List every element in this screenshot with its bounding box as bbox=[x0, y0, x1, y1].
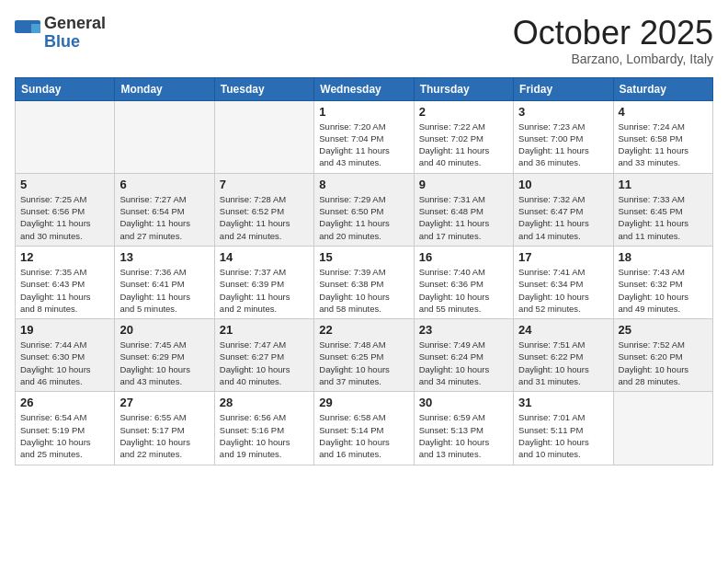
day-number: 10 bbox=[518, 178, 608, 191]
day-number: 29 bbox=[319, 396, 408, 409]
day-number: 12 bbox=[20, 250, 109, 264]
calendar-week-row: 12Sunrise: 7:35 AM Sunset: 6:43 PM Dayli… bbox=[16, 246, 713, 318]
day-number: 20 bbox=[119, 323, 209, 337]
day-info: Sunrise: 7:28 AM Sunset: 6:52 PM Dayligh… bbox=[220, 193, 309, 242]
calendar-day-cell: 2Sunrise: 7:22 AM Sunset: 7:02 PM Daylig… bbox=[414, 100, 513, 173]
day-info: Sunrise: 7:47 AM Sunset: 6:27 PM Dayligh… bbox=[220, 339, 309, 387]
calendar-week-row: 5Sunrise: 7:25 AM Sunset: 6:56 PM Daylig… bbox=[16, 173, 713, 246]
day-of-week-header: Friday bbox=[514, 77, 613, 100]
day-of-week-header: Sunday bbox=[16, 77, 115, 100]
calendar-day-cell: 19Sunrise: 7:44 AM Sunset: 6:30 PM Dayli… bbox=[16, 319, 115, 392]
calendar-day-cell bbox=[214, 100, 313, 173]
calendar-day-cell bbox=[115, 100, 214, 173]
calendar-day-cell: 15Sunrise: 7:39 AM Sunset: 6:38 PM Dayli… bbox=[314, 246, 414, 318]
calendar-header-row: SundayMondayTuesdayWednesdayThursdayFrid… bbox=[16, 77, 713, 100]
calendar-day-cell: 27Sunrise: 6:55 AM Sunset: 5:17 PM Dayli… bbox=[115, 392, 214, 465]
day-number: 15 bbox=[319, 250, 408, 264]
calendar-day-cell: 20Sunrise: 7:45 AM Sunset: 6:29 PM Dayli… bbox=[115, 319, 214, 392]
day-info: Sunrise: 7:48 AM Sunset: 6:25 PM Dayligh… bbox=[319, 339, 408, 387]
day-info: Sunrise: 7:35 AM Sunset: 6:43 PM Dayligh… bbox=[20, 266, 109, 315]
day-number: 8 bbox=[319, 178, 408, 191]
calendar-day-cell: 25Sunrise: 7:52 AM Sunset: 6:20 PM Dayli… bbox=[613, 319, 712, 392]
calendar-day-cell: 31Sunrise: 7:01 AM Sunset: 5:11 PM Dayli… bbox=[514, 392, 613, 465]
calendar-day-cell: 24Sunrise: 7:51 AM Sunset: 6:22 PM Dayli… bbox=[514, 319, 613, 392]
calendar-day-cell: 11Sunrise: 7:33 AM Sunset: 6:45 PM Dayli… bbox=[613, 173, 712, 246]
day-number: 14 bbox=[220, 250, 309, 264]
svg-marker-2 bbox=[31, 24, 40, 33]
day-info: Sunrise: 7:27 AM Sunset: 6:54 PM Dayligh… bbox=[119, 193, 209, 242]
location: Barzano, Lombardy, Italy bbox=[513, 52, 713, 66]
day-info: Sunrise: 7:22 AM Sunset: 7:02 PM Dayligh… bbox=[419, 121, 508, 169]
day-info: Sunrise: 7:43 AM Sunset: 6:32 PM Dayligh… bbox=[619, 266, 708, 315]
day-number: 21 bbox=[220, 323, 309, 337]
calendar-day-cell: 21Sunrise: 7:47 AM Sunset: 6:27 PM Dayli… bbox=[214, 319, 313, 392]
title-block: October 2025 Barzano, Lombardy, Italy bbox=[513, 15, 713, 66]
day-of-week-header: Thursday bbox=[414, 77, 513, 100]
calendar-day-cell: 14Sunrise: 7:37 AM Sunset: 6:39 PM Dayli… bbox=[214, 246, 313, 318]
day-number: 24 bbox=[518, 323, 608, 337]
day-number: 9 bbox=[419, 178, 508, 191]
day-number: 26 bbox=[20, 396, 109, 409]
calendar-day-cell: 10Sunrise: 7:32 AM Sunset: 6:47 PM Dayli… bbox=[514, 173, 613, 246]
day-number: 4 bbox=[619, 105, 708, 119]
day-number: 19 bbox=[20, 323, 109, 337]
day-number: 30 bbox=[419, 396, 508, 409]
calendar-day-cell: 1Sunrise: 7:20 AM Sunset: 7:04 PM Daylig… bbox=[314, 100, 414, 173]
day-of-week-header: Saturday bbox=[613, 77, 712, 100]
day-info: Sunrise: 6:55 AM Sunset: 5:17 PM Dayligh… bbox=[119, 411, 209, 460]
day-number: 22 bbox=[319, 323, 408, 337]
page-header: General Blue October 2025 Barzano, Lomba… bbox=[15, 15, 713, 66]
day-number: 25 bbox=[619, 323, 708, 337]
logo-blue-text: Blue bbox=[44, 32, 80, 51]
day-number: 16 bbox=[419, 250, 508, 264]
day-info: Sunrise: 7:41 AM Sunset: 6:34 PM Dayligh… bbox=[518, 266, 608, 315]
day-info: Sunrise: 7:44 AM Sunset: 6:30 PM Dayligh… bbox=[20, 339, 109, 387]
day-number: 17 bbox=[518, 250, 608, 264]
day-of-week-header: Wednesday bbox=[314, 77, 414, 100]
logo: General Blue bbox=[15, 15, 106, 52]
calendar-day-cell: 22Sunrise: 7:48 AM Sunset: 6:25 PM Dayli… bbox=[314, 319, 414, 392]
calendar-day-cell: 12Sunrise: 7:35 AM Sunset: 6:43 PM Dayli… bbox=[16, 246, 115, 318]
day-info: Sunrise: 7:52 AM Sunset: 6:20 PM Dayligh… bbox=[619, 339, 708, 387]
day-number: 7 bbox=[220, 178, 309, 191]
calendar-week-row: 19Sunrise: 7:44 AM Sunset: 6:30 PM Dayli… bbox=[16, 319, 713, 392]
day-info: Sunrise: 7:31 AM Sunset: 6:48 PM Dayligh… bbox=[419, 193, 508, 242]
calendar-day-cell: 29Sunrise: 6:58 AM Sunset: 5:14 PM Dayli… bbox=[314, 392, 414, 465]
day-info: Sunrise: 7:32 AM Sunset: 6:47 PM Dayligh… bbox=[518, 193, 608, 242]
day-info: Sunrise: 7:29 AM Sunset: 6:50 PM Dayligh… bbox=[319, 193, 408, 242]
calendar-day-cell: 4Sunrise: 7:24 AM Sunset: 6:58 PM Daylig… bbox=[613, 100, 712, 173]
day-info: Sunrise: 7:39 AM Sunset: 6:38 PM Dayligh… bbox=[319, 266, 408, 315]
day-number: 18 bbox=[619, 250, 708, 264]
month-title: October 2025 bbox=[513, 15, 713, 52]
day-number: 27 bbox=[119, 396, 209, 409]
calendar-day-cell: 9Sunrise: 7:31 AM Sunset: 6:48 PM Daylig… bbox=[414, 173, 513, 246]
day-info: Sunrise: 7:51 AM Sunset: 6:22 PM Dayligh… bbox=[518, 339, 608, 387]
day-info: Sunrise: 7:25 AM Sunset: 6:56 PM Dayligh… bbox=[20, 193, 109, 242]
day-info: Sunrise: 6:58 AM Sunset: 5:14 PM Dayligh… bbox=[319, 411, 408, 460]
calendar-day-cell: 17Sunrise: 7:41 AM Sunset: 6:34 PM Dayli… bbox=[514, 246, 613, 318]
calendar-table: SundayMondayTuesdayWednesdayThursdayFrid… bbox=[15, 77, 713, 465]
calendar-day-cell: 3Sunrise: 7:23 AM Sunset: 7:00 PM Daylig… bbox=[514, 100, 613, 173]
day-number: 1 bbox=[319, 105, 408, 119]
day-number: 28 bbox=[220, 396, 309, 409]
day-info: Sunrise: 7:24 AM Sunset: 6:58 PM Dayligh… bbox=[619, 121, 708, 169]
day-number: 6 bbox=[119, 178, 209, 191]
calendar-day-cell: 8Sunrise: 7:29 AM Sunset: 6:50 PM Daylig… bbox=[314, 173, 414, 246]
day-info: Sunrise: 7:36 AM Sunset: 6:41 PM Dayligh… bbox=[119, 266, 209, 315]
calendar-day-cell bbox=[16, 100, 115, 173]
calendar-week-row: 1Sunrise: 7:20 AM Sunset: 7:04 PM Daylig… bbox=[16, 100, 713, 173]
calendar-day-cell: 13Sunrise: 7:36 AM Sunset: 6:41 PM Dayli… bbox=[115, 246, 214, 318]
calendar-day-cell: 26Sunrise: 6:54 AM Sunset: 5:19 PM Dayli… bbox=[16, 392, 115, 465]
day-info: Sunrise: 7:45 AM Sunset: 6:29 PM Dayligh… bbox=[119, 339, 209, 387]
logo-icon bbox=[15, 20, 40, 46]
calendar-day-cell: 16Sunrise: 7:40 AM Sunset: 6:36 PM Dayli… bbox=[414, 246, 513, 318]
logo-general-text: General bbox=[44, 14, 106, 32]
day-info: Sunrise: 7:20 AM Sunset: 7:04 PM Dayligh… bbox=[319, 121, 408, 169]
day-number: 23 bbox=[419, 323, 508, 337]
calendar-day-cell: 18Sunrise: 7:43 AM Sunset: 6:32 PM Dayli… bbox=[613, 246, 712, 318]
svg-rect-1 bbox=[15, 33, 40, 46]
day-number: 5 bbox=[20, 178, 109, 191]
day-info: Sunrise: 6:54 AM Sunset: 5:19 PM Dayligh… bbox=[20, 411, 109, 460]
day-info: Sunrise: 7:37 AM Sunset: 6:39 PM Dayligh… bbox=[220, 266, 309, 315]
calendar-week-row: 26Sunrise: 6:54 AM Sunset: 5:19 PM Dayli… bbox=[16, 392, 713, 465]
